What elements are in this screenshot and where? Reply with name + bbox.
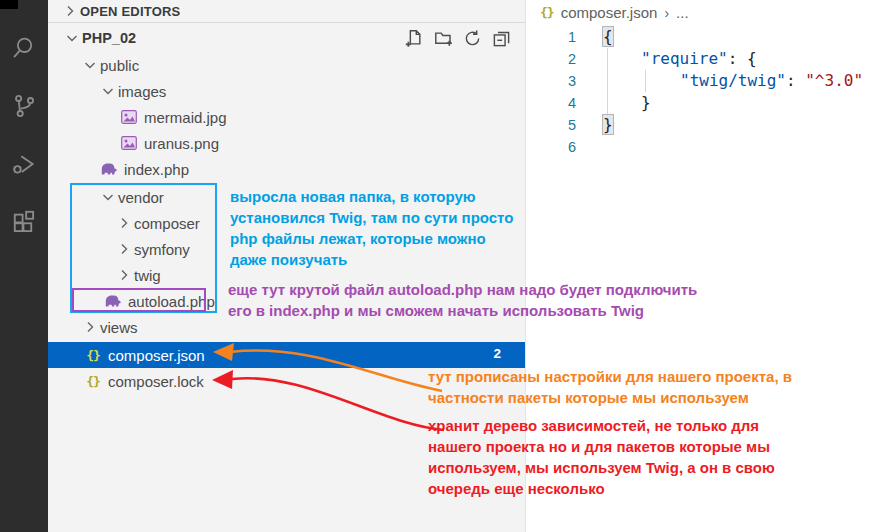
php-file-icon [104,293,122,309]
tree-item-mermaid-jpg[interactable]: mermaid.jpg [48,104,525,130]
chevron-right-icon [116,267,132,283]
json-file-icon: {} [540,5,554,20]
code-editor[interactable]: 1 { 2 "require": { 3 "twig/twig": "^3.0"… [526,26,877,158]
code-line: 2 "require": { [526,48,877,70]
code-line: 6 [526,136,877,158]
php-file-icon [100,161,118,177]
collapse-all-icon[interactable] [492,29,511,48]
code-line: 5 } [526,114,877,136]
problems-badge: 2 [493,346,501,361]
chevron-down-icon [82,57,98,73]
search-icon[interactable] [10,34,38,62]
indent-guide [645,70,646,92]
code-line: 4 } [526,92,877,114]
indent-guide [607,48,608,114]
chevron-right-icon [116,215,132,231]
composer-lock-note: хранит дерево зависимостей, не только дл… [428,415,775,499]
tree-item-uranus-png[interactable]: uranus.png [48,130,525,156]
activity-bar [0,0,48,532]
breadcrumb: {} composer.json › ... [540,0,689,25]
line-number: 2 [526,48,576,70]
line-number: 4 [526,92,576,114]
line-number: 6 [526,136,576,158]
chevron-down-icon [100,189,116,205]
refresh-icon[interactable] [463,29,482,48]
breadcrumb-separator-icon: › [664,5,669,21]
vendor-note: выросла новая папка, в которую установил… [230,186,513,270]
tree-item-index-php[interactable]: index.php [48,156,525,182]
composer-json-note: тут прописаны настройки для нашего проек… [428,366,792,408]
extensions-icon[interactable] [10,208,38,236]
open-editors-label: OPEN EDITORS [80,4,180,19]
breadcrumb-file[interactable]: composer.json [561,4,658,21]
new-folder-icon[interactable] [434,29,453,48]
code-line: 3 "twig/twig": "^3.0" [526,70,877,92]
chevron-right-icon [62,3,78,19]
json-file-icon: {} [84,373,102,389]
section-divider [48,22,525,23]
window-edge [0,0,18,9]
chevron-right-icon [82,319,98,335]
open-editors-section[interactable]: OPEN EDITORS [48,0,525,22]
chevron-down-icon [100,83,116,99]
chevron-right-icon [116,241,132,257]
tree-item-public[interactable]: public [48,52,525,78]
source-control-icon[interactable] [10,92,38,120]
json-file-icon: {} [84,347,102,363]
tree-item-composer-json[interactable]: {} composer.json 2 [48,342,525,368]
breadcrumb-more[interactable]: ... [676,4,689,21]
chevron-down-icon [64,30,80,46]
line-number: 5 [526,114,576,136]
autoload-note: еще тут крутой файл autoload.php нам над… [228,279,697,321]
run-and-debug-icon[interactable] [10,150,38,178]
image-file-icon [120,135,138,151]
explorer-toolbar [405,29,511,48]
vscode-window: OPEN EDITORS PHP_02 public images mermai… [0,0,877,532]
new-file-icon[interactable] [405,29,424,48]
line-number: 1 [526,26,576,48]
tree-item-images[interactable]: images [48,78,525,104]
image-file-icon [120,109,138,125]
code-line: 1 { [526,26,877,48]
line-number: 3 [526,70,576,92]
